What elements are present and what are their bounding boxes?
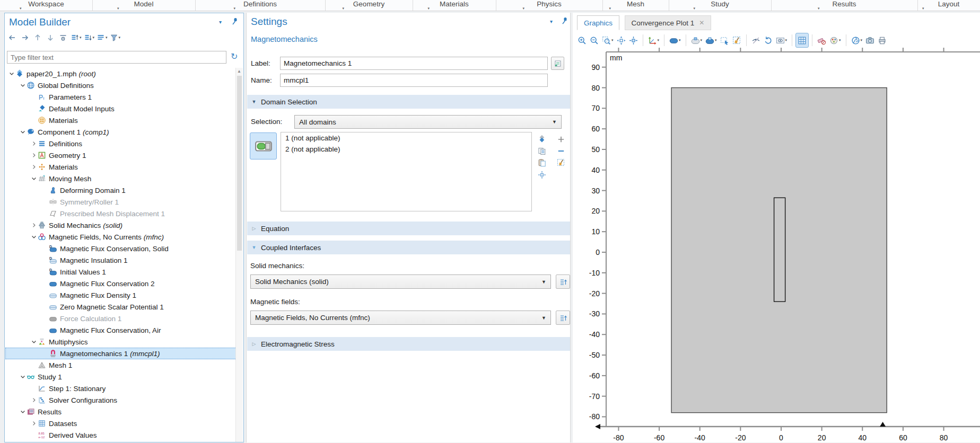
tree-item-prescribed-mesh-displacement-1[interactable]: Prescribed Mesh Displacement 1 [5, 208, 237, 219]
tree-item-deforming-domain-1[interactable]: Deforming Domain 1 [5, 184, 237, 196]
refresh-icon[interactable]: ↻ [231, 51, 238, 61]
scrollbar-thumb[interactable] [237, 76, 242, 251]
tree-item-default-model-inputs[interactable]: Default Model Inputs [5, 103, 237, 114]
settings-menu-caret-icon[interactable]: ▾ [550, 19, 553, 24]
expand-all-button[interactable]: ▾ [84, 32, 95, 43]
select-domains-button[interactable]: ▾ [668, 33, 682, 47]
magnetic-fields-dropdown[interactable]: Magnetic Fields, No Currents (mfnc) ▼ [250, 311, 551, 325]
scrollbar-up-icon[interactable]: ▲ [237, 69, 241, 74]
go-to-solid-mechanics-button[interactable] [556, 274, 570, 289]
go-to-magnetic-fields-button[interactable] [556, 311, 570, 325]
move-up-button[interactable] [32, 32, 43, 43]
rename-button[interactable] [551, 57, 564, 70]
tree-item-symmetry-roller-1[interactable]: Symmetry/Roller 1 [5, 196, 237, 208]
zoom-extents-button[interactable] [615, 33, 627, 47]
menu-tab-study[interactable]: Study▾ [669, 0, 772, 11]
section-coupled-interfaces[interactable]: ▼ Coupled Interfaces [247, 241, 570, 254]
tab-convergence-plot-1[interactable]: Convergence Plot 1✕ [625, 15, 712, 30]
nav-forward-button[interactable] [20, 32, 30, 43]
domain-list-item[interactable]: 2 (not applicable) [281, 144, 531, 155]
collapse-node-icon[interactable] [30, 339, 38, 345]
tree-item-magnetic-flux-conservation-solid[interactable]: DMagnetic Flux Conservation, Solid [5, 243, 237, 254]
collapse-node-icon[interactable] [19, 129, 27, 135]
select-objects-button[interactable]: ▾ [704, 33, 719, 47]
zoom-out-button[interactable] [588, 33, 600, 47]
model-builder-menu-caret-icon[interactable]: ▾ [219, 19, 222, 25]
environment-button[interactable]: ▾ [850, 33, 864, 47]
menu-tab-materials[interactable]: Materials▾ [413, 0, 496, 11]
add-button[interactable] [555, 134, 567, 145]
domain-selection-list[interactable]: 1 (not applicable)2 (not applicable) [281, 132, 532, 211]
menu-tab-definitions[interactable]: Definitions▾ [195, 0, 326, 11]
close-tab-icon[interactable]: ✕ [699, 19, 704, 26]
expand-node-icon[interactable] [30, 222, 38, 228]
tree-item-parameters-1[interactable]: PiParameters 1 [5, 91, 237, 103]
tree-item-magnetomechanics-1[interactable]: Magnetomechanics 1(mmcpl1) [5, 348, 237, 359]
select-box-button[interactable] [719, 33, 731, 47]
collapse-node-icon[interactable] [19, 82, 27, 88]
expand-node-icon[interactable] [30, 397, 38, 403]
tree-item-global-definitions[interactable]: Global Definitions [5, 79, 237, 91]
menu-tab-results[interactable]: Results▾ [771, 0, 918, 11]
collapse-node-icon[interactable] [30, 175, 38, 182]
section-domain-selection[interactable]: ▼ Domain Selection [247, 95, 570, 109]
section-electromagnetic-stress[interactable]: ▷ Electromagnetic Stress [247, 337, 570, 351]
zoom-in-button[interactable] [576, 33, 588, 47]
paste-button[interactable] [536, 157, 548, 168]
nav-back-button[interactable] [7, 32, 18, 43]
print-button[interactable] [876, 33, 888, 47]
tree-item-datasets[interactable]: Datasets [5, 418, 237, 429]
tree-item-component-1[interactable]: aComponent 1(comp1) [5, 126, 237, 138]
view-orientation-button[interactable]: ▾ [646, 33, 661, 47]
tree-item-derived-values[interactable]: 8.85e-12Derived Values [5, 429, 237, 441]
copy-list-button[interactable] [536, 146, 548, 156]
remove-button[interactable] [555, 146, 567, 156]
tree-item-solid-mechanics[interactable]: Solid Mechanics(solid) [5, 219, 237, 231]
collapse-node-icon[interactable] [19, 374, 27, 380]
tree-item-magnetic-flux-density-1[interactable]: Magnetic Flux Density 1 [5, 289, 237, 301]
filter-tree-button[interactable]: ▾ [110, 32, 121, 43]
tree-item-step-1-stationary[interactable]: Step 1: Stationary [5, 383, 237, 394]
selection-dropdown[interactable]: All domains ▼ [294, 115, 562, 129]
view-hidden-button[interactable]: ▾ [774, 33, 789, 47]
pin-icon[interactable] [231, 17, 238, 28]
menu-tab-geometry[interactable]: Geometry▾ [325, 0, 413, 11]
zoom-to-selection-button[interactable] [536, 170, 548, 180]
create-selection-button[interactable] [536, 134, 548, 145]
solid-mechanics-dropdown[interactable]: Solid Mechanics (solid) ▼ [250, 274, 551, 289]
tree-item-study-1[interactable]: Study 1 [5, 371, 237, 383]
label-field[interactable] [280, 57, 548, 70]
menu-tab-workspace[interactable]: Workspace▾ [0, 0, 93, 11]
active-selection-toggle-button[interactable] [250, 132, 277, 160]
expand-node-icon[interactable] [30, 164, 38, 170]
clear-selection-button[interactable] [555, 157, 567, 168]
menu-tab-physics[interactable]: Physics▾ [496, 0, 603, 11]
collapse-all-button[interactable]: ▾ [71, 32, 82, 43]
tree-item-geometry-1[interactable]: Geometry 1 [5, 149, 237, 161]
zoom-box-button[interactable]: ▾ [600, 33, 615, 47]
tree-item-materials[interactable]: Materials [5, 114, 237, 126]
hide-objects-button[interactable] [750, 33, 762, 47]
move-down-button[interactable] [45, 32, 56, 43]
image-snapshot-button[interactable] [864, 33, 876, 47]
expand-node-icon[interactable] [30, 140, 38, 147]
menu-tab-model[interactable]: Model▾ [92, 0, 196, 11]
tree-item-solver-configurations[interactable]: Solver Configurations [5, 394, 237, 406]
clear-selection-button[interactable] [731, 33, 743, 47]
tree-item-initial-values-1[interactable]: DInitial Values 1 [5, 266, 237, 278]
show-options-button[interactable] [58, 32, 68, 43]
tree-item-magnetic-fields-no-currents[interactable]: Magnetic Fields, No Currents(mfnc) [5, 231, 237, 243]
tree-item-magnetic-insulation-1[interactable]: DMagnetic Insulation 1 [5, 254, 237, 266]
expand-node-icon[interactable] [30, 152, 38, 158]
domain-list-item[interactable]: 1 (not applicable) [281, 132, 531, 144]
node-text-button[interactable]: ▾ [97, 32, 108, 43]
tree-filter-input[interactable] [7, 51, 226, 64]
tree-item-force-calculation-1[interactable]: Force Calculation 1 [5, 313, 237, 324]
section-equation[interactable]: ▷ Equation [247, 221, 570, 235]
tree-item-magnetic-flux-conservation-2[interactable]: Magnetic Flux Conservation 2 [5, 278, 237, 289]
default-view-button[interactable] [627, 33, 640, 47]
eraser-button[interactable] [816, 33, 828, 47]
tab-graphics[interactable]: Graphics [577, 15, 619, 30]
grid-button[interactable] [795, 33, 809, 48]
tree-item-definitions[interactable]: Definitions [5, 138, 237, 149]
